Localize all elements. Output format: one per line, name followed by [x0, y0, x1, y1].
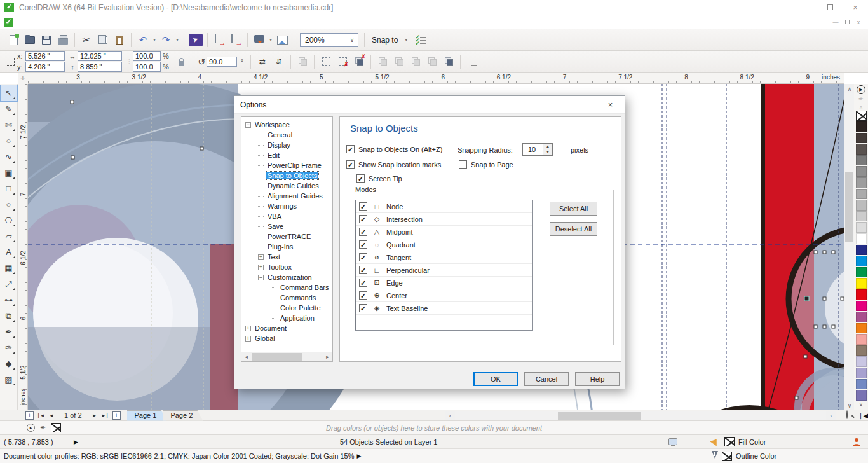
- mode-row-midpoint[interactable]: ✓△Midpoint: [356, 226, 532, 238]
- color-swatch-11[interactable]: [856, 245, 867, 256]
- membership-person-icon[interactable]: [851, 437, 862, 447]
- doc-close-button[interactable]: x: [853, 18, 864, 27]
- freehand-tool[interactable]: ∿: [1, 149, 17, 165]
- scale-v-field[interactable]: 100.0: [133, 62, 161, 72]
- import-button[interactable]: →: [211, 32, 227, 48]
- tree-item-warnings[interactable]: Warnings: [241, 201, 332, 211]
- application-launcher-dropdown[interactable]: ▾: [268, 37, 274, 43]
- scroll-right-arrow[interactable]: ▸: [323, 352, 332, 362]
- palette-flyout-button[interactable]: ▶: [857, 85, 865, 94]
- previous-page-button[interactable]: ◂: [46, 412, 57, 418]
- restore-button[interactable]: [817, 0, 843, 15]
- color-swatch-4[interactable]: [856, 166, 867, 177]
- color-eyedropper-tool[interactable]: ✒: [1, 324, 17, 340]
- lock-ratio-icon[interactable]: [179, 61, 184, 66]
- tree-item-plug-ins[interactable]: Plug-Ins: [241, 242, 332, 252]
- application-launcher-button[interactable]: [251, 32, 268, 48]
- remove-frame-button[interactable]: ✗: [351, 54, 367, 69]
- dialog-close-button[interactable]: ×: [596, 96, 625, 114]
- mode-row-center[interactable]: ✓⊕Center: [356, 289, 532, 302]
- tree-item-document[interactable]: +Document: [241, 323, 332, 333]
- snap-to-page-checkbox[interactable]: Snap to Page: [459, 160, 513, 169]
- scroll-right-arrow[interactable]: ›: [826, 411, 836, 420]
- color-swatch-2[interactable]: [856, 144, 867, 155]
- expand-icon[interactable]: +: [245, 326, 251, 331]
- expand-icon[interactable]: +: [245, 336, 251, 342]
- mirror-horizontal-button[interactable]: ⇄: [254, 54, 271, 69]
- tree-item-dynamic-guides[interactable]: Dynamic Guides: [241, 181, 332, 191]
- select-frame-button[interactable]: [318, 54, 334, 69]
- color-swatch-9[interactable]: [856, 222, 867, 233]
- color-swatch-21[interactable]: [856, 356, 867, 367]
- scroll-thumb[interactable]: [845, 172, 853, 242]
- page-tab-page-1[interactable]: Page 1: [127, 410, 167, 421]
- spinner-buttons[interactable]: ▲▼: [543, 144, 552, 155]
- color-swatch-5[interactable]: [856, 177, 867, 188]
- document-palette-eyedropper-icon[interactable]: ✒: [40, 424, 46, 432]
- no-color-swatch[interactable]: [856, 111, 867, 121]
- checkbox-checked[interactable]: ✓: [359, 253, 367, 261]
- zoom-tool[interactable]: ○: [1, 133, 17, 149]
- checkbox-checked[interactable]: ✓: [346, 145, 355, 153]
- next-page-button[interactable]: ▸: [90, 412, 100, 418]
- export-button[interactable]: →: [227, 32, 244, 48]
- color-swatch-18[interactable]: [856, 323, 867, 334]
- object-width-field[interactable]: 12.025 ": [78, 51, 122, 61]
- cancel-button[interactable]: Cancel: [524, 372, 569, 386]
- tree-item-display[interactable]: Display: [241, 140, 332, 150]
- minimize-button[interactable]: —: [792, 0, 817, 15]
- deselect-frame-button[interactable]: ✗: [334, 54, 351, 69]
- corel-connect-button[interactable]: [274, 32, 290, 48]
- color-swatch-16[interactable]: [856, 301, 867, 312]
- mode-row-node[interactable]: ✓□Node: [356, 200, 532, 213]
- snapping-radius-spinner[interactable]: 10 ▲▼: [522, 143, 553, 156]
- checkbox-checked[interactable]: ✓: [346, 160, 355, 169]
- blend-tool[interactable]: ⧉: [1, 308, 17, 324]
- open-button[interactable]: [22, 32, 38, 48]
- color-swatch-15[interactable]: [856, 289, 867, 300]
- color-swatch-24[interactable]: [856, 390, 867, 401]
- add-page-after-button[interactable]: +: [112, 411, 121, 420]
- zoom-tool-corner-button[interactable]: [845, 411, 855, 421]
- color-swatch-13[interactable]: [856, 267, 867, 278]
- ellipse-tool[interactable]: ○: [1, 197, 17, 212]
- mode-row-edge[interactable]: ✓⊡Edge: [356, 277, 532, 289]
- fill-tool[interactable]: ◆: [1, 356, 17, 371]
- undo-button[interactable]: ↶: [135, 32, 151, 48]
- snapping-radius-value[interactable]: 10: [523, 144, 543, 155]
- mirror-vertical-button[interactable]: ⇵: [271, 54, 287, 69]
- tree-item-powertrace[interactable]: PowerTRACE: [241, 232, 332, 242]
- tree-item-customization[interactable]: −Customization: [241, 272, 332, 282]
- checkbox-checked[interactable]: ✓: [359, 266, 367, 274]
- y-position-field[interactable]: 4.208 ": [25, 62, 65, 72]
- collapse-icon[interactable]: −: [258, 275, 264, 280]
- profiles-flyout-icon[interactable]: ▶: [356, 453, 361, 459]
- color-swatch-20[interactable]: [856, 345, 867, 356]
- scroll-thumb[interactable]: [558, 412, 641, 420]
- polygon-tool[interactable]: ⎔: [1, 212, 17, 228]
- mode-row-quadrant[interactable]: ✓◌Quadrant: [356, 238, 532, 251]
- tree-item-vba[interactable]: VBA: [241, 211, 332, 221]
- scroll-down-arrow[interactable]: ∨: [844, 401, 855, 410]
- mode-row-intersection[interactable]: ✓◇Intersection: [356, 213, 532, 226]
- tree-item-powerclip-frame[interactable]: PowerClip Frame: [241, 160, 332, 170]
- tree-item-command-bars[interactable]: Command Bars: [241, 282, 332, 293]
- mode-row-text-baseline[interactable]: ✓◈Text Baseline: [356, 302, 532, 315]
- save-button[interactable]: [38, 32, 55, 48]
- color-swatch-10[interactable]: [856, 233, 867, 244]
- pick-tool[interactable]: ↖: [1, 85, 17, 101]
- new-document-button[interactable]: [5, 32, 22, 48]
- document-palette-flyout[interactable]: ▸: [27, 424, 35, 432]
- interactive-fill-tool[interactable]: ▨: [1, 371, 17, 387]
- help-button[interactable]: Help: [575, 372, 620, 386]
- redo-dropdown[interactable]: ▾: [174, 37, 180, 43]
- tree-item-alignment-guides[interactable]: Alignment Guides: [241, 191, 332, 201]
- x-position-field[interactable]: 5.526 ": [25, 51, 65, 61]
- tree-item-global[interactable]: +Global: [241, 333, 332, 343]
- color-swatch-8[interactable]: [856, 211, 867, 222]
- shape-tool[interactable]: ✎: [1, 101, 17, 117]
- group-button[interactable]: [440, 54, 457, 69]
- dialog-title-bar[interactable]: Options ×: [234, 96, 625, 114]
- rectangle-tool[interactable]: □: [1, 181, 17, 197]
- fill-none-swatch[interactable]: [724, 437, 735, 446]
